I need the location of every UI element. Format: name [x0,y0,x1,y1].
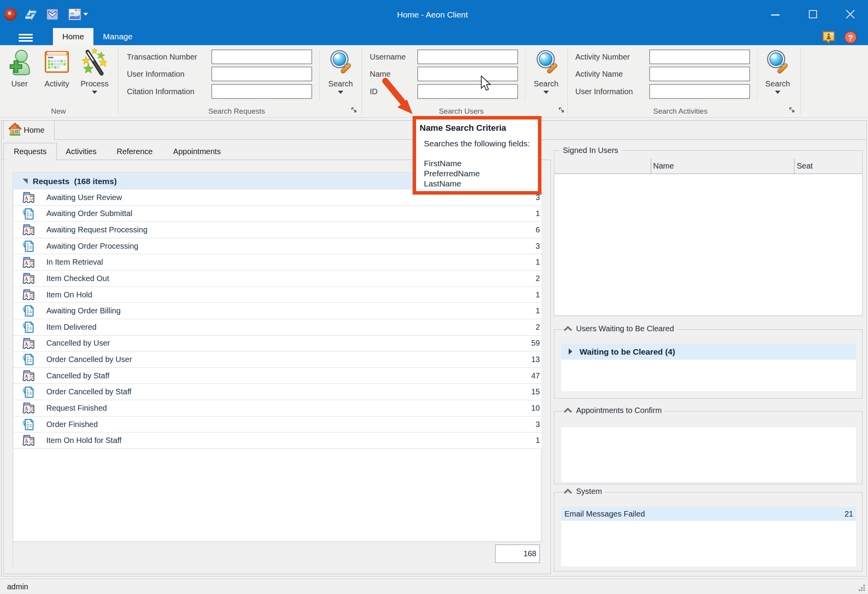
svg-text:A: A [25,228,29,234]
svg-text:A: A [25,341,29,347]
svg-text:A: A [25,373,29,379]
svg-text:A: A [25,292,29,298]
svg-text:A: A [25,438,29,444]
svg-text:A: A [25,276,29,282]
svg-text:A: A [25,260,29,266]
svg-text:A: A [25,195,29,201]
svg-text:?: ? [848,33,853,42]
svg-text:A: A [25,406,29,412]
